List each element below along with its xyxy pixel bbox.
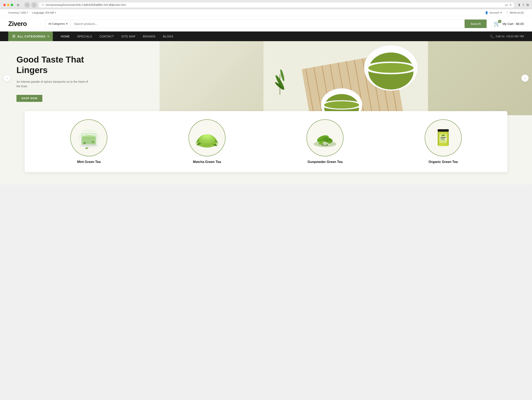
category-item-organic[interactable]: Organic Green Tea [387, 119, 499, 164]
browser-nav: ‹ › [24, 2, 37, 8]
account-arrow: ▾ [500, 11, 502, 14]
hero-title: Good Taste That Lingers [16, 55, 90, 75]
svg-rect-54 [438, 129, 449, 132]
organic-tea-image [430, 127, 456, 149]
hero-subtitle: An intense parade of spices transports u… [16, 79, 90, 89]
heart-icon: ♡ [506, 11, 508, 14]
svg-point-42 [314, 141, 336, 147]
reader-icon: 📖 [505, 4, 508, 6]
category-name-gunpowder: Gunpowder Green Tea [308, 160, 342, 164]
svg-point-52 [321, 144, 322, 145]
hero-title-line1: Good Taste That [16, 55, 84, 65]
svg-rect-57 [441, 137, 446, 138]
hero-section: ‹ Good Taste That Lingers An intense par… [0, 41, 532, 115]
call-label: Call Us: +0123 456 789 [496, 35, 524, 38]
nav-link-home[interactable]: HOME [57, 32, 73, 41]
top-bar-left: Currency: USD ▾ Language: EN-GB ▾ [8, 11, 56, 14]
back-button[interactable]: ‹ [24, 2, 30, 8]
hamburger-icon: ☰ [12, 34, 15, 38]
svg-point-50 [325, 145, 326, 146]
category-select[interactable]: All Categories ▾ [45, 19, 71, 28]
phone-icon: 📞 [490, 34, 494, 38]
sidebar-toggle-button[interactable]: ⊞ [15, 2, 21, 8]
mint-tea-image [76, 127, 102, 149]
shop-now-button[interactable]: SHOP NOW [16, 95, 42, 102]
svg-rect-58 [441, 138, 445, 139]
security-icon: 🛡 [42, 4, 44, 6]
categories-grid: Mint Green Tea [33, 119, 499, 164]
category-select-arrow: ▾ [66, 22, 68, 25]
share-button[interactable]: ⬆ [518, 3, 520, 7]
browser-actions: ⬆ + ⧉ [518, 3, 529, 7]
currency-dropdown[interactable]: Currency: USD ▾ [8, 11, 28, 14]
hero-tea-image [159, 41, 532, 115]
maximize-button[interactable] [11, 4, 13, 6]
currency-arrow: ▾ [27, 12, 28, 14]
svg-point-32 [85, 147, 89, 149]
hero-title-line2: Lingers [16, 65, 48, 75]
slider-next-button[interactable]: › [521, 74, 529, 82]
language-dropdown[interactable]: Language: EN-GB ▾ [32, 11, 56, 14]
wishlist-label: WishList (0) [510, 11, 524, 14]
svg-point-51 [326, 144, 328, 146]
top-bar: Currency: USD ▾ Language: EN-GB ▾ 👤 Acco… [0, 9, 532, 16]
category-name-matcha: Matcha Green Tea [193, 160, 221, 164]
language-label: Language: EN-GB [32, 11, 54, 14]
category-circle-organic [425, 119, 462, 156]
slider-prev-button[interactable]: ‹ [3, 74, 11, 82]
search-button[interactable]: Search [465, 19, 487, 28]
svg-rect-59 [441, 140, 445, 140]
cart-badge: 0 [498, 20, 501, 23]
nav-call: 📞 Call Us: +0123 456 789 [490, 34, 524, 38]
svg-point-20 [324, 101, 359, 109]
svg-rect-61 [448, 132, 449, 146]
search-input[interactable] [71, 19, 465, 28]
category-circle-gunpowder [306, 119, 343, 156]
search-bar: All Categories ▾ Search [45, 19, 487, 28]
nav-link-blogs[interactable]: BLOGS [159, 32, 177, 41]
cart-label: My Cart - $0.00 [503, 22, 524, 26]
header: Zivero All Categories ▾ Search 🛒 0 My Ca… [0, 16, 532, 32]
new-tab-button[interactable]: + [523, 3, 524, 7]
svg-point-16 [368, 63, 414, 73]
close-button[interactable] [3, 4, 6, 6]
all-categories-button[interactable]: ☰ ALL CATEGORIES ▾ [8, 32, 53, 41]
account-icon: 👤 [485, 11, 488, 14]
account-link[interactable]: 👤 Account ▾ [485, 11, 502, 14]
matcha-tea-image [194, 127, 220, 149]
reload-icon[interactable]: ↻ [510, 4, 512, 6]
wishlist-link[interactable]: ♡ WishList (0) [506, 11, 524, 14]
nav-link-specials[interactable]: SPECIALS [73, 32, 95, 41]
nav-link-brands[interactable]: BRANDS [139, 32, 159, 41]
category-item-mint[interactable]: Mint Green Tea [33, 119, 145, 164]
website: Currency: USD ▾ Language: EN-GB ▾ 👤 Acco… [0, 9, 532, 184]
browser-dots [3, 4, 13, 6]
nav-bar: ☰ ALL CATEGORIES ▾ HOME SPECIALS CONTACT… [0, 32, 532, 41]
cart-area[interactable]: 🛒 0 My Cart - $0.00 [491, 20, 524, 27]
minimize-button[interactable] [7, 4, 9, 6]
browser-toolbar: ⊞ ‹ › 🛡 /sers/janewang/Downloads/绿色小清新绿茶… [3, 2, 529, 8]
category-circle-mint [70, 119, 107, 156]
logo[interactable]: Zivero [8, 20, 41, 28]
category-item-matcha[interactable]: Matcha Green Tea [151, 119, 263, 164]
top-bar-right: 👤 Account ▾ ♡ WishList (0) [485, 11, 524, 14]
account-label: Account [489, 11, 499, 14]
hero-content: Good Taste That Lingers An intense parad… [0, 55, 107, 102]
cart-icon-wrap: 🛒 0 [494, 20, 500, 27]
nav-link-contact[interactable]: CONTACT [96, 32, 118, 41]
category-select-label: All Categories [48, 22, 65, 25]
category-name-organic: Organic Green Tea [429, 160, 458, 164]
categories-section: Mint Green Tea [25, 111, 507, 172]
svg-point-49 [322, 144, 323, 146]
tab-overview-button[interactable]: ⧉ [526, 3, 529, 7]
svg-point-37 [203, 134, 211, 138]
forward-button[interactable]: › [31, 2, 37, 8]
nav-links: HOME SPECIALS CONTACT SITE MAP BRANDS BL… [57, 32, 177, 41]
all-categories-label: ALL CATEGORIES [18, 35, 45, 38]
address-text: /sers/janewang/Downloads/绿色小清新绿茶商城网站 htm… [46, 3, 126, 7]
nav-link-sitemap[interactable]: SITE MAP [118, 32, 139, 41]
category-name-mint: Mint Green Tea [77, 160, 101, 164]
category-item-gunpowder[interactable]: Gunpowder Green Tea [269, 119, 381, 164]
address-bar[interactable]: 🛡 /sers/janewang/Downloads/绿色小清新绿茶商城网站 h… [39, 2, 514, 8]
hero-background [159, 41, 532, 115]
